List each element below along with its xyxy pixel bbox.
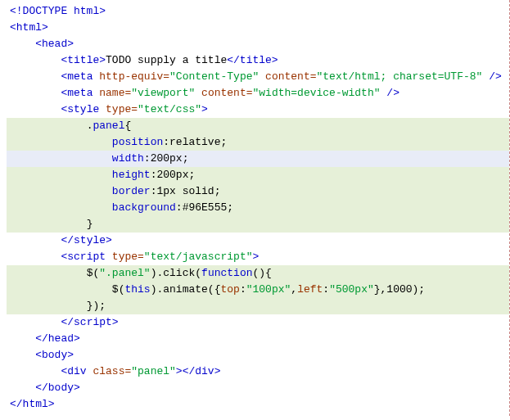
code-token: </title>: [227, 54, 278, 66]
code-token: ".panel": [99, 267, 150, 279]
code-token: content=: [201, 87, 252, 99]
code-token: <script: [61, 251, 111, 263]
code-line: </head>: [7, 331, 509, 347]
code-line: <!DOCTYPE html>: [7, 3, 509, 20]
code-token: type=: [112, 251, 144, 263]
code-token: height: [112, 169, 151, 181]
code-token: class=: [93, 365, 131, 377]
code-token: http-equiv=: [99, 70, 169, 83]
code-token: :relative;: [163, 136, 227, 148]
code-token: />: [482, 70, 501, 83]
code-line: <script type="text/javascript">: [7, 249, 509, 265]
code-line: <div class="panel"></div>: [7, 364, 509, 380]
code-token: <div: [61, 365, 93, 377]
code-token: function: [201, 267, 252, 279]
code-line: </style>: [7, 233, 509, 249]
code-line: <meta http-equiv="Content-Type" content=…: [7, 69, 509, 85]
code-line: </script>: [7, 314, 509, 331]
code-token: <meta: [61, 87, 99, 99]
code-line: background:#96E555;: [7, 200, 509, 216]
code-token: "text/css": [138, 103, 201, 115]
code-token: :: [323, 283, 329, 296]
code-token: <html>: [10, 21, 48, 34]
code-line: </body>: [7, 380, 509, 396]
code-line: border:1px solid;: [7, 183, 509, 200]
code-token: type=: [106, 103, 138, 115]
code-token: </head>: [35, 332, 80, 345]
code-line: <title>TODO supply a title</title>: [7, 52, 509, 69]
code-line: height:200px;: [7, 167, 509, 183]
code-line: });: [7, 298, 509, 314]
code-token: ,: [291, 283, 297, 296]
code-token: ).click(: [151, 267, 201, 279]
code-token: ).animate({: [151, 283, 221, 296]
code-token: "viewport": [131, 87, 195, 99]
code-token: TODO supply a title: [106, 54, 227, 66]
code-token: "100px": [246, 283, 291, 296]
code-token: <body>: [35, 349, 74, 361]
code-line: position:relative;: [7, 134, 509, 151]
code-line: <meta name="viewport" content="width=dev…: [7, 85, 509, 102]
code-token: "width=device-width": [253, 87, 381, 99]
code-line: <body>: [7, 347, 509, 364]
code-line: width:200px;: [7, 151, 509, 167]
code-editor[interactable]: <!DOCTYPE html><html> <head> <title>TODO…: [0, 0, 510, 416]
code-token: "Content-Type": [169, 70, 259, 83]
code-line: <html>: [7, 20, 509, 36]
code-token: :#96E555;: [176, 201, 233, 214]
code-token: "500px": [329, 283, 374, 296]
code-token: [195, 87, 201, 99]
code-token: >: [252, 251, 259, 263]
code-token: :1px solid;: [151, 185, 221, 197]
code-token: </html>: [10, 398, 55, 410]
code-line: }: [7, 216, 509, 233]
code-line: <style type="text/css">: [7, 102, 509, 118]
code-token: $(: [87, 267, 100, 279]
code-token: <title>: [61, 54, 106, 66]
code-token: $(: [112, 283, 125, 296]
code-line: .panel{: [7, 118, 509, 134]
code-token: "text/javascript": [144, 251, 253, 263]
code-token: border: [112, 185, 151, 197]
code-token: position: [112, 136, 163, 148]
code-token: <!DOCTYPE html>: [10, 5, 106, 17]
code-token: :200px;: [151, 169, 196, 181]
code-line: <head>: [7, 36, 509, 52]
code-token: },1000);: [374, 283, 425, 296]
code-token: "text/html; charset=UTF-8": [317, 70, 483, 83]
code-token: </script>: [61, 316, 118, 328]
code-token: [259, 70, 265, 83]
code-token: </style>: [61, 234, 111, 246]
code-line: $(this).animate({top:"100px",left:"500px…: [7, 282, 509, 298]
code-token: panel: [93, 120, 124, 132]
code-token: "panel": [131, 365, 176, 377]
code-token: <head>: [35, 38, 74, 50]
code-token: name=: [99, 87, 131, 99]
code-token: }: [87, 218, 93, 230]
code-token: });: [87, 300, 106, 312]
code-token: :: [240, 283, 246, 296]
code-token: this: [124, 283, 150, 296]
code-token: />: [381, 87, 399, 99]
code-token: top: [220, 283, 239, 296]
code-token: left: [297, 283, 323, 296]
code-line: </html>: [7, 396, 509, 413]
code-token: width: [112, 152, 144, 165]
code-token: <style: [61, 103, 106, 115]
code-line: $(".panel").click(function(){: [7, 265, 509, 282]
code-token: >: [201, 103, 208, 115]
code-token: content=: [265, 70, 316, 83]
code-token: <meta: [61, 70, 99, 83]
code-token: (){: [253, 267, 272, 279]
code-token: ></div>: [176, 365, 221, 377]
code-token: :200px;: [144, 152, 189, 165]
code-token: {: [124, 120, 131, 132]
code-token: </body>: [35, 382, 80, 394]
code-token: background: [112, 201, 176, 214]
